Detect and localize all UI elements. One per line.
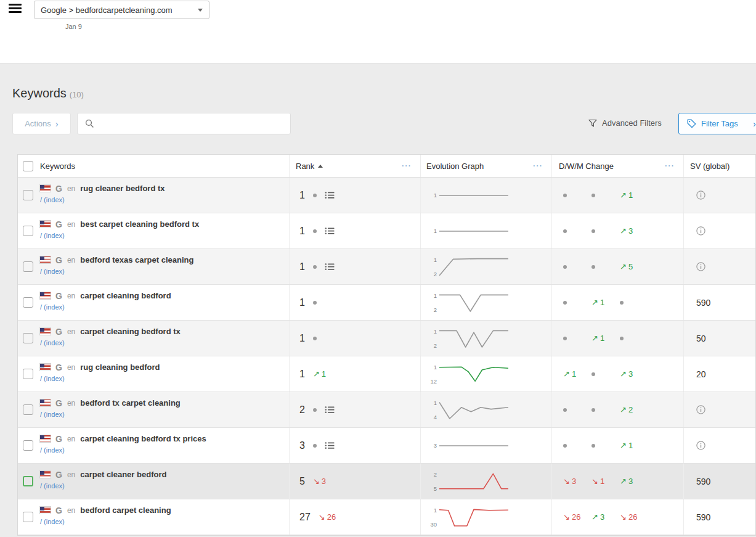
keyword-url[interactable]: / (index) bbox=[40, 446, 65, 454]
dwm-change: ↗1 bbox=[591, 298, 604, 307]
search-input[interactable] bbox=[100, 119, 283, 128]
keyword-url[interactable]: / (index) bbox=[40, 411, 65, 418]
rank-change: ↗1 bbox=[313, 369, 326, 379]
table-row[interactable]: Gencarpet cleaning bedford tx/ (index)11… bbox=[18, 321, 755, 356]
us-flag-icon bbox=[40, 185, 51, 192]
language-label: en bbox=[67, 256, 75, 264]
table-row[interactable]: Genbedford texas carpet cleaning/ (index… bbox=[18, 249, 755, 285]
row-checkbox[interactable] bbox=[23, 226, 33, 236]
dwm-dot bbox=[591, 229, 595, 233]
change-value: 2 bbox=[628, 405, 633, 414]
dwm-change: ↘1 bbox=[591, 477, 604, 486]
evolution-axis-label: 1 bbox=[428, 364, 437, 371]
change-arrow-icon: ↗ bbox=[591, 512, 598, 522]
change-arrow-icon: ↘ bbox=[319, 512, 325, 522]
row-checkbox[interactable] bbox=[23, 404, 33, 415]
keyword-url[interactable]: / (index) bbox=[40, 482, 65, 490]
funnel-icon bbox=[588, 119, 597, 128]
evolution-axis-label: 1 bbox=[428, 228, 437, 234]
table-row[interactable]: Gencarpet cleaner bedford/ (index)5↘325↘… bbox=[18, 464, 755, 499]
keyword-url[interactable]: / (index) bbox=[40, 303, 65, 311]
evolution-sparkline bbox=[439, 400, 508, 420]
table-row[interactable]: Genbedford carpet cleaning/ (index)27↘26… bbox=[18, 499, 755, 535]
keyword-text: carpet cleaning bedford tx bbox=[80, 327, 181, 336]
change-value: 5 bbox=[628, 262, 633, 271]
change-value: 1 bbox=[572, 369, 576, 379]
select-all-checkbox[interactable] bbox=[23, 161, 33, 171]
info-icon bbox=[696, 191, 705, 200]
us-flag-icon bbox=[40, 221, 51, 228]
row-checkbox[interactable] bbox=[23, 190, 33, 200]
row-checkbox[interactable] bbox=[23, 440, 33, 451]
keyword-url[interactable]: / (index) bbox=[40, 232, 65, 239]
col-header-evolution[interactable]: Evolution Graph bbox=[426, 162, 484, 171]
filter-tags-label: Filter Tags bbox=[701, 119, 738, 128]
change-arrow-icon: ↗ bbox=[563, 369, 570, 379]
keyword-text: carpet cleaning bedford bbox=[80, 291, 171, 300]
rank-change: ↘26 bbox=[319, 512, 336, 522]
serp-features-icon bbox=[325, 191, 335, 199]
change-arrow-icon: ↗ bbox=[620, 369, 627, 379]
rank-value: 1 bbox=[299, 369, 305, 380]
col-header-rank[interactable]: Rank bbox=[296, 162, 323, 171]
dwm-dot bbox=[591, 372, 595, 376]
chevron-right-icon bbox=[753, 119, 756, 129]
menu-icon[interactable] bbox=[9, 4, 22, 14]
row-checkbox[interactable] bbox=[23, 297, 33, 308]
chevron-down-icon bbox=[198, 9, 203, 12]
keyword-url[interactable]: / (index) bbox=[40, 196, 65, 203]
evolution-axis-label: 2 bbox=[428, 306, 437, 313]
dwm-dot bbox=[563, 408, 567, 412]
keyword-url[interactable]: / (index) bbox=[40, 518, 65, 525]
keyword-url[interactable]: / (index) bbox=[40, 268, 65, 275]
table-row[interactable]: Genrug cleaning bedford/ (index)1↗1112↗1… bbox=[18, 356, 755, 392]
keyword-url[interactable]: / (index) bbox=[40, 339, 65, 346]
advanced-filters-button[interactable]: Advanced Filters bbox=[588, 118, 662, 128]
change-value: 3 bbox=[572, 477, 576, 486]
filter-tags-button[interactable]: Filter Tags bbox=[678, 113, 756, 134]
rank-value: 1 bbox=[299, 297, 305, 308]
table-row[interactable]: Gencarpet cleaning bedford/ (index)112↗1… bbox=[18, 285, 755, 321]
col-header-keywords[interactable]: Keywords bbox=[40, 162, 75, 171]
change-value: 3 bbox=[628, 369, 633, 379]
evolution-sparkline bbox=[439, 256, 508, 277]
dwm-dot bbox=[563, 265, 567, 269]
table-row[interactable]: Gencarpet cleaning bedford tx prices/ (i… bbox=[18, 428, 755, 464]
evolution-column-menu-icon[interactable] bbox=[532, 163, 543, 168]
info-icon bbox=[696, 262, 705, 271]
row-checkbox[interactable] bbox=[23, 261, 33, 272]
sort-asc-icon bbox=[318, 165, 323, 168]
dwm-change: ↗3 bbox=[620, 369, 633, 379]
dwm-column-menu-icon[interactable] bbox=[664, 163, 675, 168]
evolution-axis-label: 30 bbox=[428, 521, 437, 528]
evolution-sparkline bbox=[439, 471, 508, 492]
site-selector-dropdown[interactable]: Google > bedfordcarpetcleaning.com bbox=[34, 1, 209, 19]
evolution-sparkline bbox=[439, 221, 508, 242]
table-row[interactable]: Genbest carpet cleaning bedford tx/ (ind… bbox=[18, 213, 755, 249]
row-checkbox[interactable] bbox=[23, 512, 33, 522]
row-checkbox[interactable] bbox=[23, 369, 33, 379]
rank-value: 2 bbox=[299, 404, 305, 416]
search-box[interactable] bbox=[77, 113, 291, 134]
col-header-dwm[interactable]: D/W/M Change bbox=[559, 162, 614, 171]
keyword-text: bedford texas carpet cleaning bbox=[80, 255, 193, 264]
col-header-sv[interactable]: SV (global) bbox=[690, 162, 730, 171]
dwm-dot bbox=[591, 408, 595, 412]
keyword-url[interactable]: / (index) bbox=[40, 375, 65, 382]
dwm-dot bbox=[563, 229, 567, 233]
change-value: 26 bbox=[327, 512, 336, 522]
row-checkbox[interactable] bbox=[23, 476, 33, 486]
change-value: 26 bbox=[628, 512, 637, 522]
search-icon bbox=[85, 119, 94, 128]
table-row[interactable]: Genrug cleaner bedford tx/ (index)11↗1 bbox=[18, 178, 755, 213]
actions-button[interactable]: Actions bbox=[12, 113, 71, 134]
table-row[interactable]: Genbedford tx carpet cleaning/ (index)21… bbox=[18, 392, 755, 428]
language-label: en bbox=[67, 184, 75, 193]
tag-icon bbox=[687, 119, 696, 128]
keywords-table: Keywords Rank Evolution Graph D/W/M Chan… bbox=[17, 154, 756, 536]
dwm-dot bbox=[563, 301, 567, 305]
row-checkbox[interactable] bbox=[23, 333, 33, 343]
rank-value: 1 bbox=[299, 226, 305, 237]
rank-column-menu-icon[interactable] bbox=[401, 163, 412, 168]
sv-value: 20 bbox=[696, 369, 706, 379]
